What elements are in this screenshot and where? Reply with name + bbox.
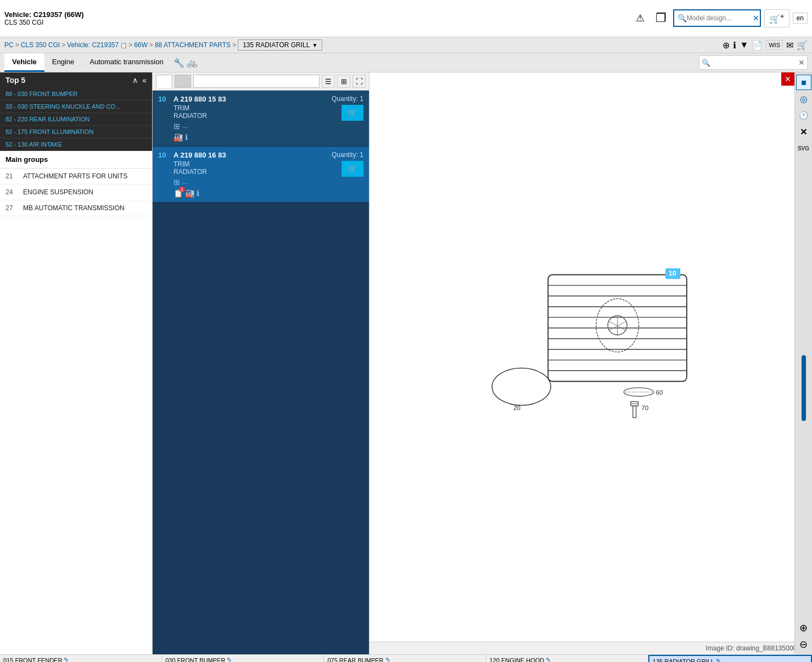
thumb-text-135: 135 RADIATOR GRILL: [653, 658, 714, 663]
part-grid-icon-1[interactable]: ⊞: [173, 122, 180, 131]
breadcrumb: PC > CLS 350 CGI > Vehicle: C219357 📋 > …: [0, 37, 812, 53]
top5-item-5[interactable]: 52 - 130 AIR INTAKE: [0, 138, 152, 151]
header-controls: ⚠ ❐ 🔍 ✕ 🛒+ en: [631, 9, 808, 27]
thumb-030-front-bumper[interactable]: 030 FRONT BUMPER ✎: [162, 655, 324, 662]
image-id-bar: Image ID: drawing_B88135000079: [369, 642, 812, 654]
zoom-slider[interactable]: [802, 355, 806, 421]
top5-controls: ∧ «: [132, 76, 147, 85]
center-list-icon-button[interactable]: ☰: [322, 75, 335, 88]
wrench-icon[interactable]: 🔧: [173, 58, 184, 68]
center-fullscreen-icon-button[interactable]: ⛶: [352, 75, 366, 88]
part-icons-2: ⊞ ...: [173, 178, 327, 187]
tabs-bar: Vehicle Engine Automatic transmission 🔧 …: [0, 53, 812, 72]
left-panel: Top 5 ∧ « 88 - 030 FRONT BUMPER 33 - 030…: [0, 72, 153, 654]
top5-close-button[interactable]: «: [142, 76, 147, 85]
alert-icon-button[interactable]: ⚠: [631, 9, 649, 27]
group-name-27: MB AUTOMATIC TRANSMISSION: [23, 204, 125, 212]
tab-search-clear-button[interactable]: ✕: [798, 58, 805, 67]
center-expand-icon-button[interactable]: ⊞: [337, 75, 350, 88]
tab-search-box: 🔍 ✕: [699, 55, 808, 70]
cart-add-part-1[interactable]: 🛒: [341, 105, 363, 121]
top5-item-4[interactable]: 82 - 175 FRONT ILLUMINATION: [0, 126, 152, 138]
thumb-075-rear-bumper[interactable]: 075 REAR BUMPER ✎: [324, 655, 486, 662]
thumb-text-015: 015 FRONT FENDER: [3, 657, 62, 663]
group-name-24: ENGINE SUSPENSION: [23, 188, 93, 196]
part-name-1: TRIMRADIATOR: [173, 104, 327, 120]
vehicle-copy-icon[interactable]: 📋: [120, 42, 127, 48]
mail-button[interactable]: ✉: [786, 40, 793, 51]
svg-text:70: 70: [641, 404, 648, 411]
group-item-27[interactable]: 27 MB AUTOMATIC TRANSMISSION: [0, 200, 152, 216]
thumb-edit-icon-135[interactable]: ✎: [716, 658, 721, 662]
model-label: CLS 350 CGI: [4, 19, 84, 26]
cart-add-part-2[interactable]: 🛒: [341, 161, 363, 177]
breadcrumb-cls[interactable]: CLS 350 CGI: [21, 41, 60, 49]
thumb-015-front-fender[interactable]: 015 FRONT FENDER ✎: [0, 655, 162, 662]
top5-item-1[interactable]: 88 - 030 FRONT BUMPER: [0, 88, 152, 100]
breadcrumb-current[interactable]: 135 RADIATOR GRILL ▼: [238, 40, 322, 51]
group-num-27: 27: [5, 204, 19, 212]
group-num-21: 21: [5, 172, 19, 180]
part-row-2: 10 A 219 880 16 83 TRIMRADIATOR ⊞ ... 1 …: [158, 151, 363, 198]
cart-breadcrumb-button[interactable]: 🛒: [797, 40, 808, 51]
part-quantity-1: Quantity: 1 🛒: [332, 95, 363, 121]
thumb-edit-icon-015[interactable]: ✎: [64, 657, 69, 662]
breadcrumb-vehicle[interactable]: Vehicle: C219357: [67, 41, 119, 49]
breadcrumb-66w[interactable]: 66W: [134, 41, 148, 49]
center-search-input[interactable]: [193, 75, 320, 88]
document-button[interactable]: 📄: [752, 40, 763, 51]
sidebar-x-button[interactable]: ✕: [796, 124, 811, 139]
language-button[interactable]: en: [793, 13, 808, 24]
info-button[interactable]: ℹ: [733, 40, 736, 51]
cart-add-header-button[interactable]: 🛒+: [764, 9, 789, 27]
tab-engine[interactable]: Engine: [44, 53, 82, 72]
thumb-text-030: 030 FRONT BUMPER: [165, 657, 225, 663]
center-tab-btn-2[interactable]: [175, 75, 191, 88]
thumb-label-120: 120 ENGINE HOOD ✎: [486, 655, 648, 662]
filter-button[interactable]: ▼: [740, 40, 748, 50]
top5-collapse-button[interactable]: ∧: [132, 76, 138, 85]
right-sidebar: ◼ ◎ 🕐 ✕ SVG ⊕ ⊖: [794, 72, 812, 654]
part-name-2: TRIMRADIATOR: [173, 160, 327, 176]
header: Vehicle: C219357 (66W) CLS 350 CGI ⚠ ❐ 🔍…: [0, 0, 812, 37]
thumb-120-engine-hood[interactable]: 120 ENGINE HOOD ✎: [486, 655, 648, 662]
copy-icon-button[interactable]: ❐: [652, 9, 670, 27]
breadcrumb-pc[interactable]: PC: [4, 41, 14, 49]
group-item-24[interactable]: 24 ENGINE SUSPENSION: [0, 184, 152, 200]
tab-search-input[interactable]: [710, 59, 798, 66]
breadcrumb-88[interactable]: 88 ATTACHMENT PARTS: [155, 41, 231, 49]
part-grid-icon-2[interactable]: ⊞: [173, 178, 180, 187]
part-factory-icon-1[interactable]: 🏭: [173, 133, 183, 142]
center-tab-btn-1[interactable]: [156, 75, 172, 88]
wis-button[interactable]: WIS: [766, 40, 783, 50]
model-search-input[interactable]: [687, 14, 753, 22]
sidebar-history-button[interactable]: 🕐: [796, 108, 811, 123]
sidebar-panel-icon[interactable]: ◼: [796, 75, 811, 90]
thumb-edit-icon-030[interactable]: ✎: [227, 657, 232, 662]
sidebar-circle-button[interactable]: ◎: [796, 91, 811, 106]
thumb-text-075: 075 REAR BUMPER: [327, 657, 383, 663]
search-clear-icon[interactable]: ✕: [753, 14, 759, 23]
part-factory-icon-2[interactable]: 🏭: [185, 189, 194, 198]
top5-item-3[interactable]: 82 - 220 REAR ILLUMINATION: [0, 113, 152, 126]
thumb-edit-icon-075[interactable]: ✎: [385, 657, 390, 662]
zoom-in-diagram-button[interactable]: ⊕: [796, 620, 811, 636]
svg-text:60: 60: [656, 389, 663, 396]
top5-item-2[interactable]: 33 - 030 STEERING KNUCKLE AND CO...: [0, 100, 152, 113]
bike-icon[interactable]: 🚲: [187, 58, 198, 68]
thumb-edit-icon-120[interactable]: ✎: [546, 657, 551, 662]
thumb-135-radiator-grill[interactable]: 135 RADIATOR GRILL ✎: [648, 655, 812, 662]
part-badge-icon-2[interactable]: 1 📋: [173, 189, 183, 198]
part-info-icon-1[interactable]: ℹ: [185, 133, 188, 142]
zoom-out-diagram-button[interactable]: ⊖: [796, 637, 811, 652]
group-item-21[interactable]: 21 ATTACHMENT PARTS FOR UNITS: [0, 169, 152, 184]
tab-vehicle[interactable]: Vehicle: [4, 53, 44, 72]
breadcrumb-actions: ⊕ ℹ ▼ 📄 WIS ✉ 🛒: [723, 40, 808, 51]
tab-automatic-transmission[interactable]: Automatic transmission: [82, 53, 171, 72]
svg-point-15: [492, 368, 551, 405]
part-row-1: 10 A 219 880 15 83 TRIMRADIATOR ⊞ ... 🏭 …: [158, 95, 363, 142]
zoom-in-button[interactable]: ⊕: [723, 40, 730, 51]
parts-list: 10 A 219 880 15 83 TRIMRADIATOR ⊞ ... 🏭 …: [153, 91, 369, 654]
part-info-icon-2[interactable]: ℹ: [197, 189, 199, 198]
sidebar-svg-button[interactable]: SVG: [796, 141, 811, 156]
